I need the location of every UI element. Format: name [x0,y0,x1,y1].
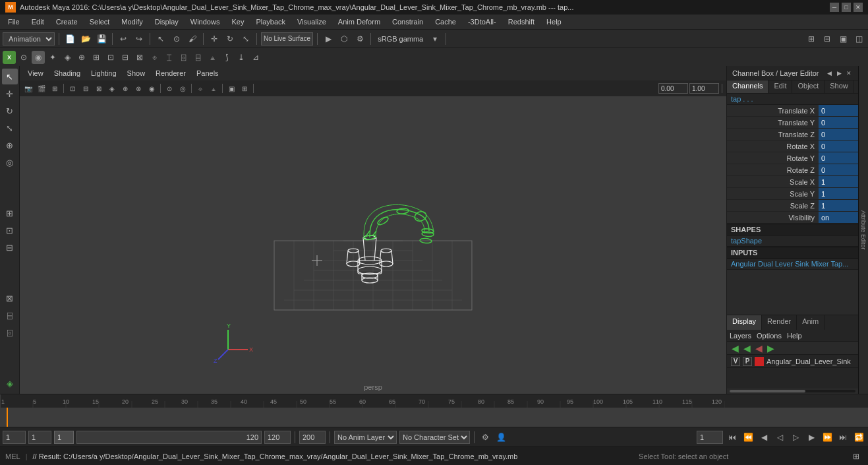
char-set-select[interactable]: No Character Set [399,431,470,444]
minimize-button[interactable]: ─ [830,3,839,12]
select-tool-btn[interactable]: ↖ [2,69,18,84]
snap-curve-btn[interactable]: ⌸ [2,307,18,323]
translate-z-row[interactable]: Translate Z 0 [727,129,858,140]
anim-layer-select[interactable]: No Anim Layer [334,431,397,444]
render-current-icon[interactable]: ▶ [322,32,335,46]
layout-icon3[interactable]: ▣ [836,32,850,46]
right-frame-input[interactable] [697,431,723,444]
pb-jump-start-btn[interactable]: ⏮ [726,431,739,444]
status-icon-btn[interactable]: ⊞ [850,450,863,463]
pb-prev-key-btn[interactable]: ⏪ [741,431,755,444]
cb-close-btn[interactable]: ✕ [845,69,853,77]
visibility-value[interactable]: on [819,212,858,223]
pb-play-back-btn[interactable]: ◁ [773,431,786,444]
menu-key[interactable]: Key [226,16,249,27]
layer-vis-btn[interactable]: V [731,357,740,366]
soft-mod-btn[interactable]: ◎ [2,154,18,170]
custom-tool-btn6[interactable]: ⊞ [90,51,103,64]
close-button[interactable]: ✕ [854,3,863,12]
rotate-x-value[interactable]: 0 [819,140,858,152]
vp-menu-view[interactable]: View [24,68,47,78]
cb-expand-btn[interactable]: ▶ [835,69,843,77]
scale-tool-btn[interactable]: ⤡ [2,120,18,136]
xray-btn[interactable]: ◈ [2,375,18,391]
no-live-surface-btn[interactable]: No Live Surface [261,32,313,46]
menu-3dtoall[interactable]: -3DtoAll- [463,16,502,27]
vp-dof-icon[interactable]: ◎ [177,82,188,94]
custom-tool-btn7[interactable]: ⊡ [104,51,117,64]
move-tool-icon[interactable]: ✛ [208,32,221,46]
vp-cam-icon[interactable]: 📷 [22,82,34,94]
rotate-z-row[interactable]: Rotate Z 0 [727,164,858,176]
vp-shadow-icon[interactable]: ◉ [146,82,158,94]
vp-menu-lighting[interactable]: Lighting [87,68,121,78]
help-menu-item[interactable]: Help [787,332,802,340]
options-menu-item[interactable]: Options [757,332,782,340]
custom-tool-btn11[interactable]: ⌶ [162,51,175,64]
layers-menu-item[interactable]: Layers [730,332,751,340]
custom-tool-btn10[interactable]: ⟐ [148,51,161,64]
vp-hud-icon[interactable]: ⟐ [194,82,206,94]
rotate-z-value[interactable]: 0 [819,164,858,175]
menu-create[interactable]: Create [51,16,83,27]
menu-display[interactable]: Display [150,16,184,27]
snap-grid-btn[interactable]: ⊠ [2,290,18,306]
move-tool-btn[interactable]: ✛ [2,86,18,102]
menu-visualize[interactable]: Visualize [292,16,332,27]
scale-x-value[interactable]: 1 [819,176,858,187]
custom-tool-btn12[interactable]: ⌻ [177,51,190,64]
vp-menu-renderer[interactable]: Renderer [152,68,190,78]
scale-x-row[interactable]: Scale X 1 [727,176,858,188]
layer-row-default[interactable]: V P Angular_Dual_Lever_Sink [727,355,858,368]
vp-isolate-icon[interactable]: ⟁ [208,82,219,94]
scale-tool-icon[interactable]: ⤡ [239,32,252,46]
custom-tool-btn9[interactable]: ⊠ [133,51,146,64]
custom-tool-btn17[interactable]: ⊿ [249,51,262,64]
layer-type-btn[interactable]: P [743,357,752,366]
translate-y-row[interactable]: Translate Y 0 [727,117,858,129]
attribute-editor-side-tab[interactable]: Attribute Editor [858,66,868,394]
new-scene-icon[interactable]: 📄 [63,32,76,46]
viewport[interactable]: View Shading Lighting Show Renderer Pane… [20,66,726,394]
timeline-range-bar[interactable]: 120 [76,431,262,444]
vp-smooth-icon[interactable]: ⊟ [80,82,92,94]
menu-select[interactable]: Select [84,16,115,27]
pb-play-fwd-btn[interactable]: ▷ [789,431,802,444]
pivot-scale-input[interactable] [689,83,719,94]
lasso-tool-icon[interactable]: ⊙ [170,32,183,46]
show-hide-btn[interactable]: ⊞ [2,205,18,221]
scrollbar-thumb[interactable] [730,390,805,392]
layout-icon1[interactable]: ⊞ [805,32,818,46]
universal-manip-btn[interactable]: ⊕ [2,137,18,153]
vp-menu-show[interactable]: Show [123,68,150,78]
vp-texture-icon[interactable]: ⊕ [119,82,131,94]
rotate-tool-btn[interactable]: ↻ [2,103,18,119]
select-tool-icon[interactable]: ↖ [154,32,167,46]
translate-x-row[interactable]: Translate X 0 [727,105,858,117]
tab-show[interactable]: Show [825,80,854,93]
shape-item[interactable]: tapShape [727,235,858,247]
custom-tool-btn4[interactable]: ◈ [61,51,74,64]
pb-prev-frame-btn[interactable]: ◀ [757,431,770,444]
redo-icon[interactable]: ↪ [132,32,146,46]
pb-next-frame-btn[interactable]: ▶ [805,431,818,444]
ipr-render-icon[interactable]: ⬡ [337,32,351,46]
pb-next-key-btn[interactable]: ⏩ [821,431,834,444]
timeline-content[interactable] [0,408,868,427]
isolate-btn[interactable]: ⊟ [2,239,18,255]
vp-res-gate-icon[interactable]: ▣ [225,82,237,94]
vp-smooth-shade-icon[interactable]: ◈ [106,82,118,94]
open-scene-icon[interactable]: 📂 [79,32,92,46]
menu-anim-deform[interactable]: Anim Deform [333,16,386,27]
visibility-row[interactable]: Visibility on [727,212,858,224]
scale-y-value[interactable]: 1 [819,188,858,199]
window-controls[interactable]: ─ □ ✕ [830,3,863,12]
custom-tool-btn5[interactable]: ⊕ [75,51,88,64]
render-settings-icon[interactable]: ⚙ [353,32,366,46]
pb-person-btn[interactable]: 👤 [494,431,507,444]
tab-render[interactable]: Render [762,315,797,330]
rotate-y-value[interactable]: 0 [819,152,858,164]
translate-z-value[interactable]: 0 [819,129,858,140]
custom-tool-btn13[interactable]: ⌸ [191,51,204,64]
tab-object[interactable]: Object [792,80,825,93]
